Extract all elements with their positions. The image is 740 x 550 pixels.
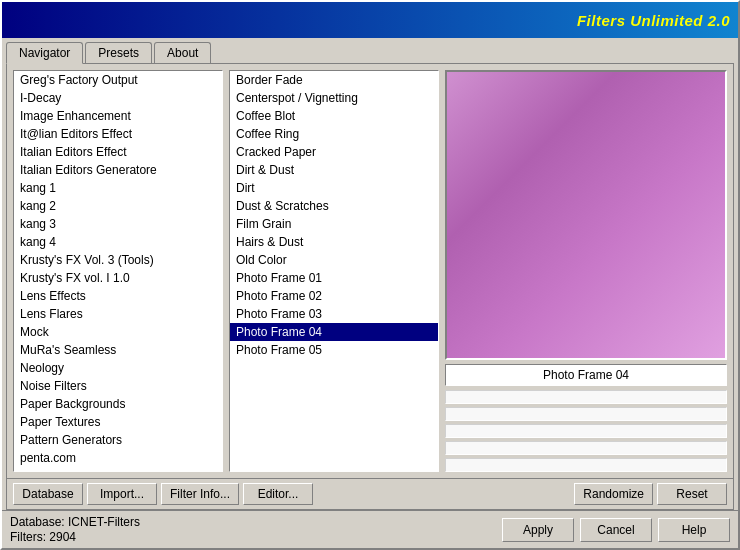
param-row	[445, 441, 727, 455]
filter-item[interactable]: Photo Frame 03	[230, 305, 438, 323]
parameter-rows	[445, 390, 727, 472]
apply-button[interactable]: Apply	[502, 518, 574, 542]
filter-item[interactable]: Dirt & Dust	[230, 161, 438, 179]
param-row	[445, 424, 727, 438]
action-buttons: Apply Cancel Help	[502, 518, 730, 542]
reset-button[interactable]: Reset	[657, 483, 727, 505]
cancel-button[interactable]: Cancel	[580, 518, 652, 542]
list-item[interactable]: Krusty's FX Vol. 3 (Tools)	[14, 251, 222, 269]
filter-item[interactable]: Centerspot / Vignetting	[230, 89, 438, 107]
toolbar: Database Import... Filter Info... Editor…	[7, 478, 733, 509]
filter-item[interactable]: Dust & Scratches	[230, 197, 438, 215]
panels-area: Greg's Factory Output I-Decay Image Enha…	[7, 64, 733, 478]
list-item[interactable]: Paper Backgrounds	[14, 395, 222, 413]
tab-navigator[interactable]: Navigator	[6, 42, 83, 64]
list-item[interactable]: kang 3	[14, 215, 222, 233]
tab-about[interactable]: About	[154, 42, 211, 63]
list-item[interactable]: Italian Editors Generatore	[14, 161, 222, 179]
list-item[interactable]: Paper Textures	[14, 413, 222, 431]
list-item[interactable]: MuRa's Seamless	[14, 341, 222, 359]
filters-status: Filters: 2904	[10, 530, 140, 544]
filter-list[interactable]: Border Fade Centerspot / Vignetting Coff…	[229, 70, 439, 472]
filter-item[interactable]: Photo Frame 05	[230, 341, 438, 359]
category-list[interactable]: Greg's Factory Output I-Decay Image Enha…	[13, 70, 223, 472]
list-item[interactable]: Lens Effects	[14, 287, 222, 305]
database-status: Database: ICNET-Filters	[10, 515, 140, 529]
preview-image	[445, 70, 727, 360]
list-item[interactable]: Krusty's FX vol. I 1.0	[14, 269, 222, 287]
list-item[interactable]: Mock	[14, 323, 222, 341]
filter-item[interactable]: Old Color	[230, 251, 438, 269]
filter-item[interactable]: Hairs & Dust	[230, 233, 438, 251]
list-item[interactable]: Neology	[14, 359, 222, 377]
filter-item[interactable]: Photo Frame 02	[230, 287, 438, 305]
preview-label: Photo Frame 04	[445, 364, 727, 386]
list-item[interactable]: kang 1	[14, 179, 222, 197]
param-row	[445, 390, 727, 404]
list-item[interactable]: Italian Editors Effect	[14, 143, 222, 161]
database-button[interactable]: Database	[13, 483, 83, 505]
filter-info-button[interactable]: Filter Info...	[161, 483, 239, 505]
list-item[interactable]: Lens Flares	[14, 305, 222, 323]
tab-presets[interactable]: Presets	[85, 42, 152, 63]
filter-item[interactable]: Border Fade	[230, 71, 438, 89]
help-button[interactable]: Help	[658, 518, 730, 542]
list-item[interactable]: Noise Filters	[14, 377, 222, 395]
status-info: Database: ICNET-Filters Filters: 2904	[10, 515, 140, 544]
right-panel: Photo Frame 04	[445, 70, 727, 472]
list-item[interactable]: Greg's Factory Output	[14, 71, 222, 89]
main-content: Greg's Factory Output I-Decay Image Enha…	[6, 63, 734, 510]
tab-bar: Navigator Presets About	[2, 38, 738, 63]
filter-item[interactable]: Coffee Blot	[230, 107, 438, 125]
randomize-button[interactable]: Randomize	[574, 483, 653, 505]
filter-item-selected[interactable]: Photo Frame 04	[230, 323, 438, 341]
list-item[interactable]: Photo Aging Kit	[14, 467, 222, 472]
list-item[interactable]: I-Decay	[14, 89, 222, 107]
filter-item[interactable]: Film Grain	[230, 215, 438, 233]
filter-item[interactable]: Dirt	[230, 179, 438, 197]
list-item[interactable]: penta.com	[14, 449, 222, 467]
status-bar: Database: ICNET-Filters Filters: 2904 Ap…	[2, 510, 738, 548]
main-window: Filters Unlimited 2.0 Navigator Presets …	[0, 0, 740, 550]
title-text: Filters Unlimited 2.0	[577, 12, 730, 29]
list-item[interactable]: Image Enhancement	[14, 107, 222, 125]
list-item[interactable]: It@lian Editors Effect	[14, 125, 222, 143]
editor-button[interactable]: Editor...	[243, 483, 313, 505]
title-bar: Filters Unlimited 2.0	[2, 2, 738, 38]
filter-item[interactable]: Photo Frame 01	[230, 269, 438, 287]
param-row	[445, 407, 727, 421]
list-item[interactable]: kang 2	[14, 197, 222, 215]
param-row	[445, 458, 727, 472]
list-item[interactable]: Pattern Generators	[14, 431, 222, 449]
import-button[interactable]: Import...	[87, 483, 157, 505]
list-item[interactable]: kang 4	[14, 233, 222, 251]
filter-item[interactable]: Coffee Ring	[230, 125, 438, 143]
filter-item[interactable]: Cracked Paper	[230, 143, 438, 161]
